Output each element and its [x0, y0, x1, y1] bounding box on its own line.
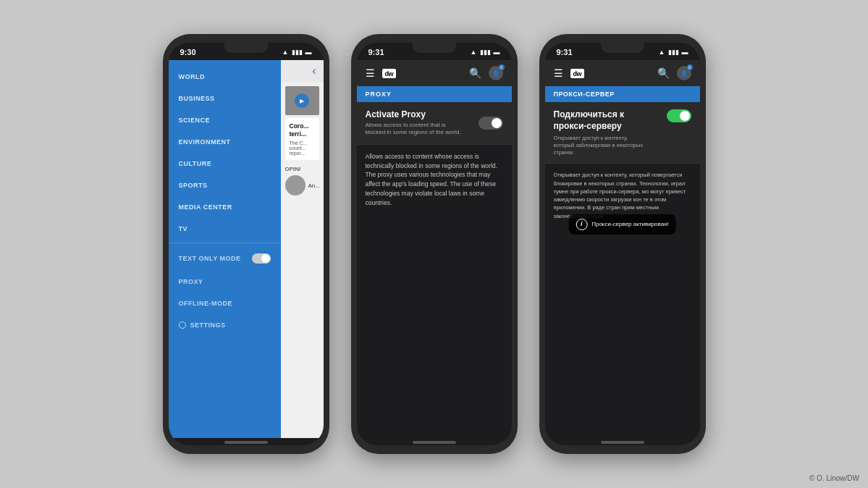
ru-proxy-info: Подключиться к прокси-серверу Открывает … — [554, 109, 648, 156]
phone3-content: ☰ dw 🔍 👤 0 ПРОКСИ-СЕРВЕР Подключиться к … — [545, 60, 700, 438]
text-only-mode-label: TEXT ONLY MODE — [179, 255, 241, 262]
tooltip-text: Прокси-сервер активирован! — [591, 220, 669, 229]
wifi-icon-3: ▲ — [659, 49, 665, 56]
ru-proxy-section: Подключиться к прокси-серверу Открывает … — [545, 102, 700, 164]
offline-mode-label: OFFLINE-MODE — [179, 300, 233, 307]
back-button[interactable]: ‹ — [312, 64, 316, 77]
proxy-activated-tooltip: i Прокси-сервер активирован! — [568, 214, 676, 235]
phone-2: 9:31 ▲ ▮▮▮ ▬ ☰ dw 🔍 👤 0 P — [351, 34, 518, 454]
user-icon-3: 👤 — [681, 70, 688, 77]
menu-item-environment[interactable]: ENVIRONMENT — [169, 131, 281, 153]
user-avatar-2[interactable]: 👤 0 — [489, 66, 503, 80]
news-thumbnail: ▶ — [285, 86, 319, 115]
notch-2 — [413, 43, 456, 53]
hamburger-icon-3[interactable]: ☰ — [554, 67, 563, 79]
menu-item-business[interactable]: BUSINESS — [169, 88, 281, 109]
status-icons-3: ▲ ▮▮▮ ▬ — [659, 49, 688, 56]
phone-3: 9:31 ▲ ▮▮▮ ▬ ☰ dw 🔍 👤 0 П — [539, 34, 706, 454]
time-3: 9:31 — [557, 48, 573, 56]
ru-proxy-subtitle: Открывает доступ к контенту, который заб… — [554, 135, 648, 156]
notification-badge-3: 0 — [687, 64, 693, 70]
settings-gear-icon — [179, 321, 186, 329]
home-indicator-1 — [224, 441, 268, 444]
section-text: An... — [308, 182, 320, 189]
ru-body-text: Открывает доступ к контенту, который пов… — [554, 171, 691, 220]
menu-item-media-center[interactable]: MEDIA CENTER — [169, 196, 281, 218]
copyright-notice: © O. Linow/DW — [809, 474, 859, 482]
hamburger-icon-2[interactable]: ☰ — [366, 67, 375, 79]
proxy-toggle-3[interactable] — [667, 109, 691, 122]
menu-item-culture[interactable]: CULTURE — [169, 153, 281, 174]
wifi-icon-2: ▲ — [471, 49, 477, 56]
activate-proxy-section: Activate Proxy Allows access to content … — [357, 102, 512, 145]
avatar-thumbnail — [285, 175, 306, 195]
menu-item-world[interactable]: WORLD — [169, 66, 281, 88]
section-row: An... — [285, 175, 319, 195]
text-only-mode-row[interactable]: TEXT ONLY MODE — [169, 246, 281, 271]
notification-badge-2: 0 — [499, 64, 505, 70]
proxy-ru-header: ПРОКСИ-СЕРВЕР — [545, 86, 700, 102]
phone2-content: ☰ dw 🔍 👤 0 PROXY Activate Proxy Allows a… — [357, 60, 512, 438]
home-indicator-2 — [413, 441, 456, 444]
menu-panel: WORLD BUSINESS SCIENCE ENVIRONMENT CULTU… — [169, 60, 281, 438]
notch-3 — [601, 43, 644, 53]
app-header-2: ☰ dw 🔍 👤 0 — [357, 60, 512, 86]
phone1-content: WORLD BUSINESS SCIENCE ENVIRONMENT CULTU… — [169, 60, 324, 438]
back-header: ‹ — [281, 60, 324, 82]
news-card-1[interactable]: Coro...terri... The C...count...repor... — [285, 118, 319, 160]
ru-proxy-body: Открывает доступ к контенту, который пов… — [545, 164, 700, 249]
signal-icon-2: ▮▮▮ — [480, 49, 491, 56]
signal-icon: ▮▮▮ — [292, 49, 303, 56]
wifi-icon: ▲ — [282, 49, 289, 56]
dw-logo-2: dw — [382, 69, 397, 78]
user-icon-2: 👤 — [492, 70, 500, 77]
proxy-header-2: PROXY — [357, 86, 512, 102]
settings-row[interactable]: SETTINGS — [169, 314, 281, 336]
ru-proxy-title: Подключиться к прокси-серверу — [554, 109, 648, 132]
status-icons-2: ▲ ▮▮▮ ▬ — [471, 49, 500, 56]
proxy-label: PROXY — [179, 278, 203, 285]
info-icon: i — [576, 219, 587, 230]
battery-icon-2: ▬ — [494, 49, 500, 56]
news-title-1: Coro...terri... — [290, 122, 315, 138]
menu-item-science[interactable]: SCIENCE — [169, 109, 281, 131]
dw-text-2: dw — [385, 70, 394, 77]
dw-logo-3: dw — [570, 69, 585, 78]
notch-1 — [224, 43, 268, 53]
proxy-title-2: Activate Proxy — [366, 109, 467, 119]
proxy-row[interactable]: PROXY — [169, 271, 281, 293]
proxy-body-2: Allows access to content whose access is… — [357, 145, 512, 215]
menu-item-tv[interactable]: TV — [169, 218, 281, 240]
phone-1: 9:30 ▲ ▮▮▮ ▬ WORLD BUSINESS SCIENCE ENVI… — [163, 34, 329, 454]
battery-icon: ▬ — [306, 49, 312, 56]
play-button[interactable]: ▶ — [295, 93, 309, 108]
proxy-toggle-2[interactable] — [479, 117, 503, 130]
section-label-opini: OPINI — [285, 163, 319, 175]
menu-item-sports[interactable]: SPORTS — [169, 174, 281, 196]
battery-icon-3: ▬ — [682, 49, 688, 56]
app-header-3: ☰ dw 🔍 👤 0 — [545, 60, 700, 86]
user-avatar-3[interactable]: 👤 0 — [677, 66, 691, 80]
right-content: ▶ Coro...terri... The C...count...repor.… — [281, 82, 324, 200]
settings-label: SETTINGS — [190, 321, 226, 329]
offline-mode-row[interactable]: OFFLINE-MODE — [169, 293, 281, 314]
news-body-1: The C...count...repor... — [290, 140, 315, 156]
search-icon-3[interactable]: 🔍 — [657, 67, 670, 79]
proxy-subtitle-2: Allows access to content that is blocked… — [366, 122, 467, 137]
signal-icon-3: ▮▮▮ — [668, 49, 679, 56]
dw-text-3: dw — [573, 70, 582, 77]
home-indicator-3 — [601, 441, 644, 444]
time-2: 9:31 — [368, 48, 384, 56]
right-panel: ‹ ▶ Coro...terri... The C...count...repo… — [281, 60, 324, 438]
status-icons-1: ▲ ▮▮▮ ▬ — [282, 49, 312, 56]
menu-divider — [169, 243, 281, 243]
search-icon-2[interactable]: 🔍 — [469, 67, 481, 79]
text-only-mode-toggle[interactable] — [252, 253, 271, 264]
proxy-info: Activate Proxy Allows access to content … — [366, 109, 467, 137]
time-1: 9:30 — [180, 48, 196, 56]
